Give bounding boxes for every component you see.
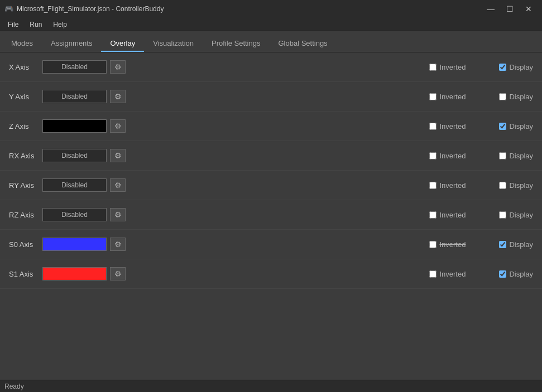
window-title: Microsoft_Flight_Simulator.json - Contro… bbox=[17, 5, 164, 13]
display-label-s0-axis: Display bbox=[509, 240, 533, 249]
inverted-checkbox-y-axis[interactable] bbox=[429, 93, 437, 100]
settings-btn-x-axis[interactable]: ⚙ bbox=[110, 60, 126, 74]
inverted-label-ry-axis: Inverted bbox=[439, 181, 466, 190]
maximize-button[interactable]: ☐ bbox=[501, 0, 519, 18]
inverted-checkbox-x-axis[interactable] bbox=[429, 64, 437, 71]
tab-modes[interactable]: Modes bbox=[2, 36, 42, 52]
inverted-container-s1-axis: Inverted bbox=[429, 270, 466, 278]
display-checkbox-z-axis[interactable] bbox=[499, 123, 506, 130]
display-label-y-axis: Display bbox=[509, 93, 533, 101]
display-checkbox-s1-axis[interactable] bbox=[499, 270, 506, 278]
inverted-label-x-axis: Inverted bbox=[439, 63, 466, 71]
display-container-rx-axis: Display bbox=[499, 152, 533, 160]
settings-btn-ry-axis[interactable]: ⚙ bbox=[110, 178, 126, 192]
axis-row-x-axis: X AxisDisabled⚙InvertedDisplay bbox=[0, 52, 542, 82]
inverted-label-y-axis: Inverted bbox=[439, 93, 466, 101]
status-text: Ready bbox=[4, 383, 24, 390]
display-label-rx-axis: Display bbox=[509, 152, 533, 160]
main-content: X AxisDisabled⚙InvertedDisplayY AxisDisa… bbox=[0, 52, 542, 380]
display-container-ry-axis: Display bbox=[499, 181, 533, 190]
display-checkbox-s0-axis[interactable] bbox=[499, 241, 506, 248]
tab-overlay[interactable]: Overlay bbox=[101, 36, 144, 52]
axis-row-s0-axis: S0 Axis⚙InvertedDisplay bbox=[0, 230, 542, 259]
settings-icon-rx-axis: ⚙ bbox=[114, 151, 122, 160]
inverted-checkbox-rz-axis[interactable] bbox=[429, 211, 437, 219]
inverted-checkbox-ry-axis[interactable] bbox=[429, 182, 437, 189]
inverted-label-rx-axis: Inverted bbox=[439, 152, 466, 160]
settings-icon-z-axis: ⚙ bbox=[114, 122, 122, 130]
tab-bar: Modes Assignments Overlay Visualization … bbox=[0, 31, 542, 52]
display-checkbox-x-axis[interactable] bbox=[499, 64, 506, 71]
axis-label-rx-axis: RX Axis bbox=[9, 152, 42, 160]
axis-row-rz-axis: RZ AxisDisabled⚙InvertedDisplay bbox=[0, 200, 542, 230]
display-label-rz-axis: Display bbox=[509, 211, 533, 219]
inverted-container-ry-axis: Inverted bbox=[429, 181, 466, 190]
settings-icon-s1-axis: ⚙ bbox=[114, 269, 122, 278]
app-icon: 🎮 bbox=[4, 4, 13, 13]
minimize-button[interactable]: — bbox=[482, 0, 500, 18]
menu-run[interactable]: Run bbox=[24, 18, 47, 31]
tab-assignments[interactable]: Assignments bbox=[42, 36, 101, 52]
menu-help[interactable]: Help bbox=[47, 18, 73, 31]
display-container-s1-axis: Display bbox=[499, 270, 533, 278]
color-btn-rx-axis[interactable]: Disabled bbox=[42, 149, 107, 162]
tab-visualization[interactable]: Visualization bbox=[144, 36, 203, 52]
display-checkbox-y-axis[interactable] bbox=[499, 93, 506, 100]
color-btn-ry-axis[interactable]: Disabled bbox=[42, 178, 107, 192]
settings-icon-x-axis: ⚙ bbox=[114, 62, 122, 71]
title-bar-controls: — ☐ ✕ bbox=[482, 0, 538, 18]
display-container-z-axis: Display bbox=[499, 122, 533, 130]
display-label-z-axis: Display bbox=[509, 122, 533, 130]
axis-label-x-axis: X Axis bbox=[9, 63, 42, 71]
menu-bar: File Run Help bbox=[0, 18, 542, 31]
axis-label-s0-axis: S0 Axis bbox=[9, 240, 42, 249]
inverted-container-x-axis: Inverted bbox=[429, 63, 466, 71]
inverted-label-rz-axis: Inverted bbox=[439, 211, 466, 219]
settings-icon-rz-axis: ⚙ bbox=[114, 210, 122, 219]
inverted-checkbox-s1-axis[interactable] bbox=[429, 270, 437, 278]
display-label-s1-axis: Display bbox=[509, 270, 533, 278]
axis-row-rx-axis: RX AxisDisabled⚙InvertedDisplay bbox=[0, 141, 542, 171]
settings-btn-z-axis[interactable]: ⚙ bbox=[110, 119, 126, 133]
inverted-checkbox-s0-axis[interactable] bbox=[429, 241, 437, 248]
axis-row-ry-axis: RY AxisDisabled⚙InvertedDisplay bbox=[0, 171, 542, 200]
axis-row-y-axis: Y AxisDisabled⚙InvertedDisplay bbox=[0, 82, 542, 112]
inverted-checkbox-rx-axis[interactable] bbox=[429, 152, 437, 159]
display-label-x-axis: Display bbox=[509, 63, 533, 71]
inverted-container-y-axis: Inverted bbox=[429, 93, 466, 101]
settings-btn-s1-axis[interactable]: ⚙ bbox=[110, 267, 126, 280]
display-checkbox-rx-axis[interactable] bbox=[499, 152, 506, 159]
settings-icon-ry-axis: ⚙ bbox=[114, 181, 122, 190]
inverted-label-z-axis: Inverted bbox=[439, 122, 466, 130]
color-btn-s1-axis[interactable] bbox=[42, 267, 107, 280]
color-btn-x-axis[interactable]: Disabled bbox=[42, 60, 107, 74]
tab-global-settings[interactable]: Global Settings bbox=[269, 36, 336, 52]
menu-file[interactable]: File bbox=[2, 18, 24, 31]
color-btn-z-axis[interactable] bbox=[42, 119, 107, 133]
axis-label-rz-axis: RZ Axis bbox=[9, 211, 42, 219]
axis-label-y-axis: Y Axis bbox=[9, 93, 42, 101]
settings-btn-y-axis[interactable]: ⚙ bbox=[110, 90, 126, 103]
inverted-label-s0-axis: Inverted bbox=[439, 240, 466, 249]
display-checkbox-ry-axis[interactable] bbox=[499, 182, 506, 189]
display-container-s0-axis: Display bbox=[499, 240, 533, 249]
title-bar: 🎮 Microsoft_Flight_Simulator.json - Cont… bbox=[0, 0, 542, 18]
title-bar-left: 🎮 Microsoft_Flight_Simulator.json - Cont… bbox=[4, 4, 164, 13]
axis-label-ry-axis: RY Axis bbox=[9, 181, 42, 190]
inverted-checkbox-z-axis[interactable] bbox=[429, 123, 437, 130]
color-btn-rz-axis[interactable]: Disabled bbox=[42, 208, 107, 221]
settings-icon-y-axis: ⚙ bbox=[114, 92, 122, 101]
settings-btn-rz-axis[interactable]: ⚙ bbox=[110, 208, 126, 221]
display-label-ry-axis: Display bbox=[509, 181, 533, 190]
display-checkbox-rz-axis[interactable] bbox=[499, 211, 506, 219]
color-btn-y-axis[interactable]: Disabled bbox=[42, 90, 107, 103]
tab-profile-settings[interactable]: Profile Settings bbox=[203, 36, 269, 52]
color-btn-s0-axis[interactable] bbox=[42, 238, 107, 251]
status-bar: Ready bbox=[0, 380, 542, 392]
settings-btn-s0-axis[interactable]: ⚙ bbox=[110, 238, 126, 251]
settings-icon-s0-axis: ⚙ bbox=[114, 240, 122, 249]
inverted-container-rz-axis: Inverted bbox=[429, 211, 466, 219]
close-button[interactable]: ✕ bbox=[520, 0, 538, 18]
inverted-label-s1-axis: Inverted bbox=[439, 270, 466, 278]
settings-btn-rx-axis[interactable]: ⚙ bbox=[110, 149, 126, 162]
